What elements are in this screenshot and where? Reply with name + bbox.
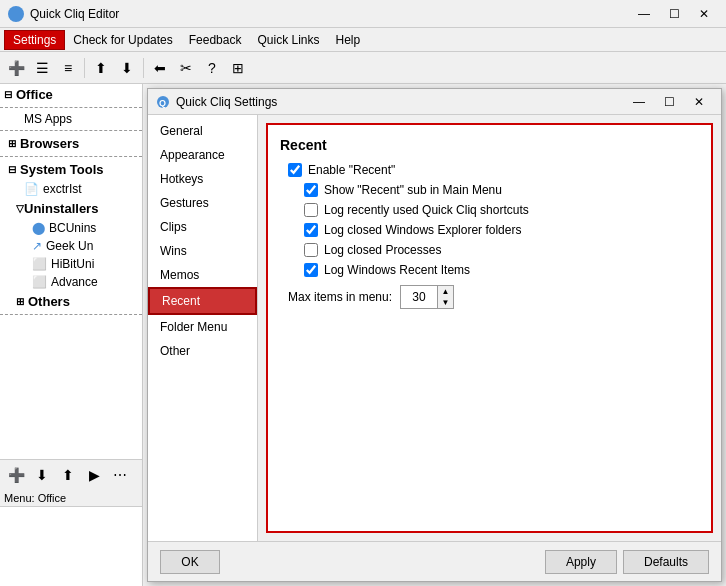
tree-advance[interactable]: ⬜ Advance (0, 273, 142, 291)
settings-minimize[interactable]: — (625, 92, 653, 112)
nav-other[interactable]: Other (148, 339, 257, 363)
log-shortcuts-label: Log recently used Quick Cliq shortcuts (324, 203, 529, 217)
log-windows-recent-label: Log Windows Recent Items (324, 263, 470, 277)
settings-body: General Appearance Hotkeys Gestures Clip… (148, 115, 721, 541)
max-items-label: Max items in menu: (288, 290, 392, 304)
menu-label: Menu: Office (0, 490, 142, 506)
log-explorer-label: Log closed Windows Explorer folders (324, 223, 521, 237)
enable-recent-label: Enable "Recent" (308, 163, 395, 177)
expand-icon-browsers: ⊞ (8, 138, 16, 149)
nav-clips[interactable]: Clips (148, 215, 257, 239)
log-processes-checkbox[interactable] (304, 243, 318, 257)
settings-close[interactable]: ✕ (685, 92, 713, 112)
window-controls: — ☐ ✕ (630, 4, 718, 24)
hibituni-label: HiBitUni (51, 257, 94, 271)
left-panel: ⊟ Office MS Apps ⊞ Browsers ⊟ System Too… (0, 84, 143, 586)
left-add-button[interactable]: ➕ (4, 463, 28, 487)
toolbar-down[interactable]: ⬇ (115, 56, 139, 80)
title-bar: Quick Cliq Editor — ☐ ✕ (0, 0, 726, 28)
max-items-row: Max items in menu: ▲ ▼ (280, 285, 699, 309)
toolbar-grid[interactable]: ⊞ (226, 56, 250, 80)
tree-view: ⊟ Office MS Apps ⊞ Browsers ⊟ System Too… (0, 84, 142, 459)
toolbar-up[interactable]: ⬆ (89, 56, 113, 80)
log-explorer-checkbox[interactable] (304, 223, 318, 237)
maximize-button[interactable]: ☐ (660, 4, 688, 24)
nav-general[interactable]: General (148, 119, 257, 143)
spinner-up[interactable]: ▲ (437, 286, 453, 297)
app-icon (8, 6, 24, 22)
browsers-label: Browsers (20, 136, 79, 151)
right-panel: Q Quick Cliq Settings — ☐ ✕ General Appe… (143, 84, 726, 586)
show-recent-sub-row: Show "Recent" sub in Main Menu (280, 183, 699, 197)
settings-nav: General Appearance Hotkeys Gestures Clip… (148, 115, 258, 541)
tree-browsers[interactable]: ⊞ Browsers (0, 133, 142, 154)
close-button[interactable]: ✕ (690, 4, 718, 24)
nav-folder-menu[interactable]: Folder Menu (148, 315, 257, 339)
left-next-button[interactable]: ▶ (82, 463, 106, 487)
left-panel-toolbar: ➕ ⬇ ⬆ ▶ ⋯ (0, 459, 142, 490)
toolbar-cut[interactable]: ✂ (174, 56, 198, 80)
nav-memos[interactable]: Memos (148, 263, 257, 287)
tree-uninstallers[interactable]: ▽ Uninstallers (0, 198, 142, 219)
toolbar-menu2[interactable]: ≡ (56, 56, 80, 80)
settings-maximize[interactable]: ☐ (655, 92, 683, 112)
log-windows-recent-checkbox[interactable] (304, 263, 318, 277)
log-processes-row: Log closed Processes (280, 243, 699, 257)
bcunins-label: BCUnins (49, 221, 96, 235)
expand-icon-others: ⊞ (16, 296, 24, 307)
bcunins-icon: ⬤ (32, 221, 45, 235)
tree-exctrlist[interactable]: 📄 exctrIst (0, 180, 142, 198)
nav-gestures[interactable]: Gestures (148, 191, 257, 215)
toolbar-help[interactable]: ? (200, 56, 224, 80)
menu-quick-links[interactable]: Quick Links (249, 31, 327, 49)
recent-panel: Recent Enable "Recent" Show "Recent" sub… (266, 123, 713, 533)
show-recent-sub-checkbox[interactable] (304, 183, 318, 197)
ok-button[interactable]: OK (160, 550, 220, 574)
uninstallers-label: Uninstallers (24, 201, 98, 216)
minimize-button[interactable]: — (630, 4, 658, 24)
menu-settings[interactable]: Settings (4, 30, 65, 50)
toolbar-add[interactable]: ➕ (4, 56, 28, 80)
advance-label: Advance (51, 275, 98, 289)
tree-bcunins[interactable]: ⬤ BCUnins (0, 219, 142, 237)
nav-hotkeys[interactable]: Hotkeys (148, 167, 257, 191)
menu-check-updates[interactable]: Check for Updates (65, 31, 180, 49)
apply-button[interactable]: Apply (545, 550, 617, 574)
tree-others[interactable]: ⊞ Others (0, 291, 142, 312)
main-layout: ⊟ Office MS Apps ⊞ Browsers ⊟ System Too… (0, 84, 726, 586)
settings-icon: Q (156, 95, 170, 109)
menu-help[interactable]: Help (327, 31, 368, 49)
bottom-right: Apply Defaults (545, 550, 709, 574)
spinner-down[interactable]: ▼ (437, 297, 453, 308)
tree-section-office[interactable]: ⊟ Office (0, 84, 142, 105)
tree-system-tools[interactable]: ⊟ System Tools (0, 159, 142, 180)
others-label: Others (28, 294, 70, 309)
max-items-input[interactable] (401, 286, 437, 308)
left-down-button[interactable]: ⬇ (30, 463, 54, 487)
toolbar-left[interactable]: ⬅ (148, 56, 172, 80)
defaults-button[interactable]: Defaults (623, 550, 709, 574)
tree-ms-apps[interactable]: MS Apps (0, 110, 142, 128)
log-shortcuts-checkbox[interactable] (304, 203, 318, 217)
nav-wins[interactable]: Wins (148, 239, 257, 263)
left-up-button[interactable]: ⬆ (56, 463, 80, 487)
system-tools-label: System Tools (20, 162, 104, 177)
tree-geekun[interactable]: ↗ Geek Un (0, 237, 142, 255)
app-title: Quick Cliq Editor (30, 7, 119, 21)
log-explorer-row: Log closed Windows Explorer folders (280, 223, 699, 237)
toolbar: ➕ ☰ ≡ ⬆ ⬇ ⬅ ✂ ? ⊞ (0, 52, 726, 84)
nav-recent[interactable]: Recent (148, 287, 257, 315)
nav-appearance[interactable]: Appearance (148, 143, 257, 167)
toolbar-menu1[interactable]: ☰ (30, 56, 54, 80)
advance-icon: ⬜ (32, 275, 47, 289)
enable-recent-checkbox[interactable] (288, 163, 302, 177)
left-dots-button[interactable]: ⋯ (108, 463, 132, 487)
max-items-spinner: ▲ ▼ (400, 285, 454, 309)
bottom-left: OK (160, 550, 220, 574)
tree-hibituni[interactable]: ⬜ HiBitUni (0, 255, 142, 273)
tree-empty-area (0, 506, 142, 586)
doc-icon: 📄 (24, 182, 39, 196)
settings-title-bar: Q Quick Cliq Settings — ☐ ✕ (148, 89, 721, 115)
menu-feedback[interactable]: Feedback (181, 31, 250, 49)
recent-panel-title: Recent (280, 137, 699, 153)
